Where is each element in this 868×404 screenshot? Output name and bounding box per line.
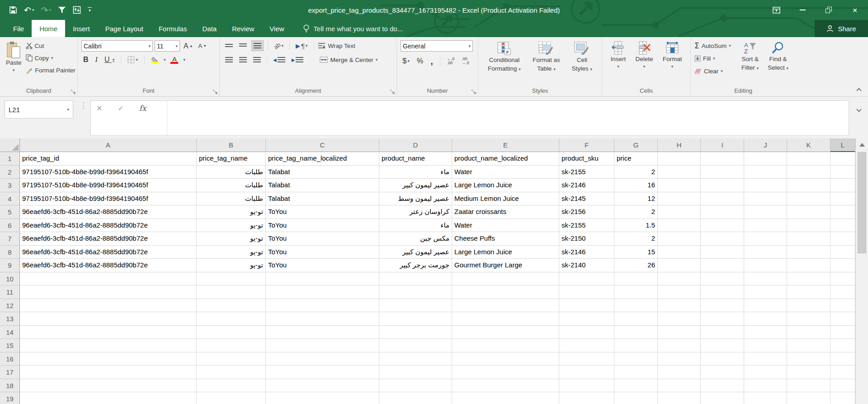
tell-me-box[interactable]: Tell me what you want to do... [303,20,403,37]
cell-J17[interactable] [744,366,787,379]
cell-C11[interactable] [266,285,379,299]
cell-K16[interactable] [787,352,830,366]
row-header-5[interactable]: 5 [0,205,20,219]
cell-A16[interactable] [20,352,197,366]
cell-G4[interactable]: 12 [614,192,658,206]
cell-I12[interactable] [701,299,744,313]
cell-L7[interactable] [830,232,855,246]
column-header-H[interactable]: H [658,138,701,152]
refresh-data-button[interactable] [73,6,81,14]
cell-F16[interactable] [559,352,614,366]
cell-C16[interactable] [266,352,379,366]
cell-J3[interactable] [744,179,787,192]
cell-D11[interactable] [379,285,452,299]
cell-E9[interactable]: Gourmet Burger Large [452,259,559,272]
cell-L1[interactable] [830,152,855,166]
cell-I13[interactable] [701,312,744,326]
cell-K13[interactable] [787,312,830,326]
sort-filter-button[interactable]: AZ Sort & Filter ▾ [736,40,764,87]
collapse-ribbon-button[interactable] [856,88,861,93]
cell-K9[interactable] [787,259,830,272]
cell-C13[interactable] [266,312,379,326]
cell-K14[interactable] [787,326,830,339]
cell-K5[interactable] [787,205,830,219]
cell-B8[interactable]: تو-يو [197,246,266,259]
filter-button[interactable] [58,6,66,14]
percent-style-button[interactable]: % [415,56,425,67]
column-header-D[interactable]: D [379,138,452,152]
cell-A6[interactable]: 96eaefd6-3cfb-451d-86a2-8885dd90b72e [20,219,197,233]
cell-L3[interactable] [830,179,855,192]
cell-B18[interactable] [197,379,266,393]
column-header-B[interactable]: B [197,138,266,152]
ribbon-display-options-button[interactable] [763,0,789,20]
cell-I1[interactable] [701,152,744,166]
cell-B12[interactable] [197,299,266,313]
cell-E10[interactable] [452,272,559,286]
scroll-up-button[interactable] [856,138,868,151]
row-header-12[interactable]: 12 [0,299,20,313]
cell-C5[interactable]: ToYou [266,205,379,219]
column-header-G[interactable]: G [614,138,658,152]
cell-C6[interactable]: ToYou [266,219,379,233]
scrollbar-thumb[interactable] [858,152,866,253]
column-header-C[interactable]: C [266,138,379,152]
cell-H6[interactable] [658,219,701,233]
cell-F4[interactable]: sk-2145 [559,192,614,206]
fill-button[interactable]: Fill▾ [694,53,736,64]
cell-G16[interactable] [614,352,658,366]
cell-D5[interactable]: كراوسان زعتر [379,205,452,219]
cell-F11[interactable] [559,285,614,299]
tab-view[interactable]: View [262,20,292,37]
cell-K7[interactable] [787,232,830,246]
cell-I4[interactable] [701,192,744,206]
cell-L16[interactable] [830,352,855,366]
merge-center-button[interactable]: Merge & Center▾ [320,54,377,65]
cell-E8[interactable]: Large Lemon Juice [452,246,559,259]
conditional-formatting-button[interactable]: ≠ Conditional Formatting ▾ [486,40,523,87]
cut-button[interactable]: Cut [26,40,75,51]
cell-D19[interactable] [379,392,452,404]
cell-D3[interactable]: عصير ليمون كبير [379,179,452,192]
cell-J1[interactable] [744,152,787,166]
font-dialog-launcher-icon[interactable] [213,90,217,94]
cell-G1[interactable]: price [614,152,658,166]
cell-D2[interactable]: ماء [379,166,452,179]
cell-D8[interactable]: عصير ليمون كبير [379,246,452,259]
cell-E15[interactable] [452,339,559,352]
cancel-icon[interactable]: ✕ [96,104,102,113]
cell-A15[interactable] [20,339,197,352]
row-header-17[interactable]: 17 [0,366,20,379]
cell-K10[interactable] [787,272,830,286]
cell-A18[interactable] [20,379,197,393]
row-header-1[interactable]: 1 [0,152,20,166]
cell-L14[interactable] [830,326,855,339]
cell-A3[interactable]: 97195107-510b-4b8e-b99d-f3964190465f [20,179,197,192]
delete-cells-button[interactable]: Delete▾ [633,40,655,87]
increase-decimal-button[interactable]: ←.0.00 [445,56,457,67]
cell-I14[interactable] [701,326,744,339]
expand-formula-bar-button[interactable] [856,107,861,112]
cell-J19[interactable] [744,392,787,404]
cell-H8[interactable] [658,246,701,259]
save-button[interactable] [9,6,17,14]
cell-D6[interactable]: ماء [379,219,452,233]
cell-B7[interactable]: تو-يو [197,232,266,246]
cell-H2[interactable] [658,166,701,179]
cell-E14[interactable] [452,326,559,339]
cell-G18[interactable] [614,379,658,393]
cell-E17[interactable] [452,366,559,379]
cell-J9[interactable] [744,259,787,272]
row-header-15[interactable]: 15 [0,339,20,352]
alignment-dialog-launcher-icon[interactable] [390,90,395,94]
cell-L18[interactable] [830,379,855,393]
cell-J4[interactable] [744,192,787,206]
cell-I5[interactable] [701,205,744,219]
cell-E5[interactable]: Zaatar croissants [452,205,559,219]
cell-J2[interactable] [744,166,787,179]
cell-E1[interactable]: product_name_localized [452,152,559,166]
cell-F10[interactable] [559,272,614,286]
column-header-A[interactable]: A [20,138,197,152]
cell-J8[interactable] [744,246,787,259]
cell-H12[interactable] [658,299,701,313]
